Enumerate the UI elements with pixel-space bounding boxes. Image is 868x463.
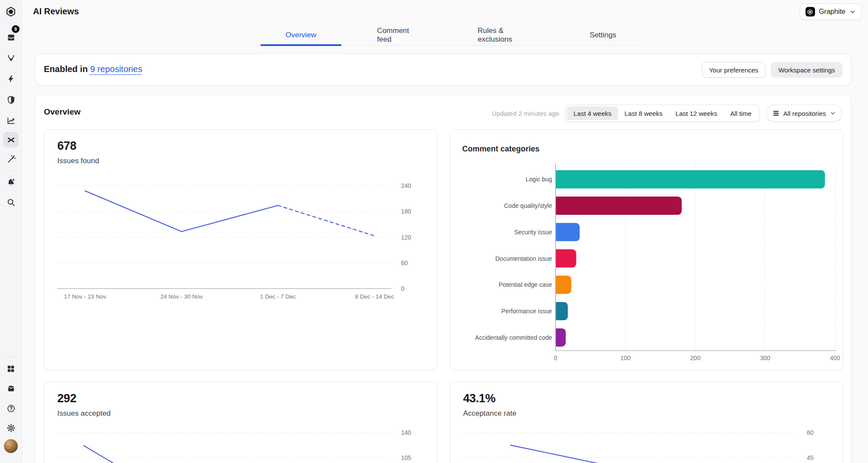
comment-categories-title: Comment categories [462, 144, 539, 154]
chevron-down-icon [830, 110, 836, 116]
svg-text:Security issue: Security issue [514, 229, 552, 236]
issues-found-card: 06012018024017 Nov - 23 Nov24 Nov - 30 N… [44, 129, 437, 370]
svg-text:17 Nov - 23 Nov: 17 Nov - 23 Nov [64, 293, 106, 300]
search-icon[interactable] [3, 194, 19, 210]
time-filter-last-12-weeks[interactable]: Last 12 weeks [669, 106, 724, 120]
banner-actions: Your preferences Workspace settings [702, 62, 842, 78]
issues-found-chart: 06012018024017 Nov - 23 Nov24 Nov - 30 N… [44, 130, 437, 370]
svg-text:300: 300 [760, 355, 770, 361]
acceptance-rate-label: Acceptance rate [463, 409, 516, 418]
your-preferences-button[interactable]: Your preferences [702, 62, 766, 78]
bell-icon[interactable] [3, 174, 19, 190]
workspace-switcher[interactable]: Graphite [800, 3, 861, 20]
svg-text:Performance issue: Performance issue [501, 308, 552, 315]
time-filter-last-8-weeks[interactable]: Last 8 weeks [618, 106, 669, 120]
svg-text:Accidentally committed code: Accidentally committed code [475, 334, 552, 341]
workspace-name: Graphite [819, 8, 845, 16]
svg-text:0: 0 [554, 355, 557, 361]
issues-found-value: 678 [57, 139, 76, 153]
inbox-badge: 9 [11, 24, 20, 34]
sidebar-divider [3, 357, 19, 357]
notification-dot [12, 178, 14, 181]
issues-accepted-chart: 140105 [44, 382, 437, 463]
svg-text:Logic bug: Logic bug [526, 176, 552, 183]
issues-accepted-card: 140105 292 Issues accepted [44, 382, 437, 463]
svg-text:400: 400 [830, 355, 840, 361]
svg-text:120: 120 [401, 234, 411, 241]
enabled-text: Enabled in 9 repositories [44, 64, 142, 74]
app-window: 9 [0, 0, 868, 463]
overview-heading: Overview [44, 107, 81, 117]
magic-wand-icon[interactable] [3, 151, 19, 167]
svg-text:100: 100 [620, 355, 631, 361]
svg-text:Documentation issue: Documentation issue [495, 255, 552, 262]
issues-accepted-label: Issues accepted [57, 409, 111, 418]
overview-panel: Overview Updated 2 minutes ago Last 4 we… [35, 95, 852, 463]
time-filter-all-time[interactable]: All time [723, 106, 758, 120]
time-filter-group: Last 4 weeks Last 8 weeks Last 12 weeks … [565, 105, 760, 122]
graphite-button-logo-icon [806, 7, 815, 16]
workspace-settings-button[interactable]: Workspace settings [771, 62, 842, 78]
repository-filter-label: All repositories [783, 110, 826, 117]
tray-icon[interactable] [3, 381, 19, 396]
ai-reviews-icon[interactable] [3, 132, 19, 148]
tab-rules-exclusions[interactable]: Rules & exclusions [453, 25, 554, 45]
time-filter-last-4-weeks[interactable]: Last 4 weeks [567, 106, 618, 120]
chevron-down-icon [849, 9, 856, 15]
acceptance-rate-value: 43.1% [463, 392, 496, 405]
issues-found-label: Issues found [57, 157, 99, 165]
main-area: AI Reviews Graphite Overview Comment fee… [22, 0, 868, 463]
svg-text:240: 240 [401, 182, 411, 189]
comment-categories-chart: 0100200300400Logic bugCode quality/style… [450, 130, 843, 370]
tab-settings[interactable]: Settings [565, 25, 641, 45]
svg-text:200: 200 [690, 355, 700, 361]
repository-filter[interactable]: All repositories [766, 105, 842, 122]
updated-text: Updated 2 minutes ago [492, 110, 559, 117]
page-title: AI Reviews [33, 7, 79, 16]
svg-text:24 Nov - 30 Nov: 24 Nov - 30 Nov [161, 293, 203, 300]
svg-text:140: 140 [401, 429, 411, 436]
insights-chart-icon[interactable] [3, 113, 19, 128]
svg-text:Potential edge case: Potential edge case [499, 281, 552, 288]
overview-controls: Updated 2 minutes ago Last 4 weeks Last … [492, 105, 842, 122]
tab-bar: Overview Comment feed Rules & exclusions… [260, 25, 641, 46]
svg-text:105: 105 [401, 454, 411, 461]
enabled-prefix: Enabled in [44, 64, 88, 74]
tab-comment-feed[interactable]: Comment feed [352, 25, 442, 45]
merge-icon[interactable] [3, 50, 19, 66]
comment-categories-card: 0100200300400Logic bugCode quality/style… [450, 129, 843, 370]
gear-icon[interactable] [3, 420, 19, 436]
sidebar-divider [3, 171, 19, 171]
issues-accepted-value: 292 [57, 392, 76, 405]
acceptance-rate-chart: 6045 [450, 382, 843, 463]
svg-text:60: 60 [401, 259, 408, 266]
sidebar-divider [3, 23, 19, 23]
svg-text:60: 60 [807, 429, 814, 436]
svg-text:Code quality/style: Code quality/style [504, 202, 552, 209]
graphite-logo-icon[interactable] [3, 4, 19, 20]
svg-text:8 Dec - 14 Dec: 8 Dec - 14 Dec [355, 293, 394, 300]
apps-grid-icon[interactable] [3, 361, 19, 377]
lightning-icon[interactable] [3, 71, 19, 87]
svg-text:180: 180 [401, 208, 411, 215]
shield-icon[interactable] [3, 92, 19, 108]
svg-text:1 Dec - 7 Dec: 1 Dec - 7 Dec [260, 293, 296, 300]
rows-icon [773, 110, 779, 117]
user-avatar[interactable] [4, 439, 18, 453]
sidebar: 9 [0, 0, 22, 463]
acceptance-rate-card: 6045 43.1% Acceptance rate [450, 382, 843, 463]
svg-text:0: 0 [401, 285, 404, 292]
repositories-link[interactable]: 9 repositories [90, 64, 142, 74]
svg-text:45: 45 [807, 454, 814, 461]
tab-overview[interactable]: Overview [260, 25, 342, 45]
help-icon[interactable] [3, 401, 19, 416]
enabled-banner: Enabled in 9 repositories Your preferenc… [35, 53, 852, 85]
